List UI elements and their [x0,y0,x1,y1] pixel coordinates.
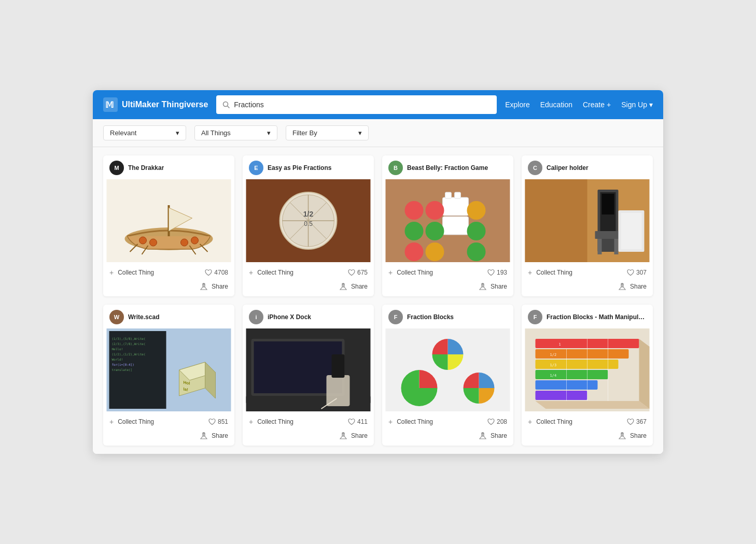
avatar: i [249,310,263,324]
like-count: 675 [348,269,368,276]
share-button[interactable]: Share [619,281,647,292]
action-row: Share [528,430,647,441]
all-things-filter[interactable]: All Things ▾ [194,125,277,140]
svg-rect-48 [602,194,614,214]
share-label: Share [351,432,368,439]
action-row: Share [528,281,647,292]
nav-create-button[interactable]: Create + [583,101,611,109]
nav-signup-button[interactable]: Sign Up ▾ [621,101,653,109]
plus-icon: + [109,418,114,426]
card-title[interactable]: Fraction Blocks - Math Manipulati... [547,313,647,321]
collect-button[interactable]: + Collect Thing [109,266,154,279]
card-actions: + Collect Thing 307 [528,266,647,279]
card-footer: + Collect Thing 4708 [103,262,234,296]
collect-button[interactable]: + Collect Thing [528,266,572,279]
svg-text:0.5: 0.5 [304,220,313,227]
collect-button[interactable]: + Collect Thing [109,416,154,428]
heart-icon [348,418,355,425]
svg-rect-76 [327,375,350,406]
chevron-down-icon: ▾ [649,101,653,109]
collect-label: Collect Thing [536,269,572,276]
card-caliper: C Caliper holder + [522,155,653,296]
collect-button[interactable]: + Collect Thing [249,416,293,428]
share-button[interactable]: Share [200,281,228,292]
avatar: F [388,310,403,324]
search-bar[interactable] [216,95,497,114]
card-image[interactable] [382,328,513,411]
card-image[interactable] [522,179,653,262]
like-count: 367 [627,418,647,425]
share-button[interactable]: Share [479,430,507,441]
share-label: Share [351,283,368,290]
card-image[interactable]: 1 1/2 1/3 1/4 [522,328,653,411]
logo-text: UltiMaker Thingiverse [122,100,208,109]
svg-point-35 [405,222,424,240]
nav-signup-label: Sign Up [621,101,647,109]
share-button[interactable]: Share [340,430,368,441]
svg-text:1: 1 [559,342,561,347]
collect-button[interactable]: + Collect Thing [249,266,293,279]
card-image[interactable] [103,179,234,262]
share-label: Share [491,432,507,439]
card-title[interactable]: Write.scad [128,313,159,321]
like-number: 675 [357,269,368,276]
search-icon [222,101,230,108]
like-number: 367 [636,418,647,425]
like-count: 411 [348,418,368,425]
card-title[interactable]: Easy as Pie Fractions [268,164,331,171]
card-title[interactable]: The Drakkar [128,164,164,171]
search-input[interactable] [234,101,491,109]
share-button[interactable]: Share [619,430,647,441]
filter-by-filter[interactable]: Filter By ▾ [286,125,369,140]
card-header: i iPhone X Dock [243,305,374,328]
filter-by-label: Filter By [292,129,317,137]
share-icon [200,432,207,439]
plus-icon: + [249,418,253,426]
share-button[interactable]: Share [200,430,228,441]
svg-point-36 [426,222,444,240]
nav-explore[interactable]: Explore [505,101,529,109]
svg-marker-96 [639,339,650,409]
svg-point-40 [467,222,486,240]
relevant-filter[interactable]: Relevant ▾ [103,125,186,140]
chevron-down-icon: ▾ [176,129,179,137]
like-count: 851 [208,418,228,425]
svg-point-10 [191,237,199,244]
collect-button[interactable]: + Collect Thing [388,266,433,279]
svg-text:1/3: 1/3 [550,363,557,367]
card-footer: + Collect Thing 411 [243,411,374,446]
heart-icon [348,269,355,276]
nav-education[interactable]: Education [540,101,572,109]
card-image[interactable] [243,328,374,411]
card-image[interactable]: 1/2 0.5 [243,179,374,262]
collect-label: Collect Thing [536,418,572,425]
share-icon [619,283,626,290]
collect-button[interactable]: + Collect Thing [388,416,433,428]
card-title[interactable]: iPhone X Dock [268,313,311,321]
share-button[interactable]: Share [479,281,507,292]
svg-rect-77 [332,354,345,378]
card-title[interactable]: Fraction Blocks [407,313,454,321]
svg-point-37 [405,242,424,261]
logo[interactable]: 𝕄 UltiMaker Thingiverse [103,97,208,112]
nav-links: Explore Education Create + Sign Up ▾ [505,101,653,109]
card-header: C Caliper holder [522,155,653,179]
svg-rect-75 [246,396,371,404]
card-footer: + Collect Thing 307 [522,262,653,296]
card-image[interactable] [382,179,513,262]
card-title[interactable]: Caliper holder [547,164,589,171]
svg-rect-51 [614,239,619,254]
svg-line-3 [228,106,230,108]
card-title[interactable]: Beast Belly: Fraction Game [407,164,488,171]
svg-text:(2/3),(7/8),Write(: (2/3),(7/8),Write( [112,342,146,346]
card-actions: + Collect Thing 675 [249,266,368,279]
avatar: M [109,161,124,175]
plus-icon: + [528,268,532,277]
collect-button[interactable]: + Collect Thing [528,416,572,428]
svg-point-41 [467,242,486,261]
share-label: Share [212,432,228,439]
share-button[interactable]: Share [340,281,368,292]
card-actions: + Collect Thing 193 [388,266,507,279]
card-image[interactable]: (1/3),(5/8),Write( (2/3),(7/8),Write( He… [103,328,234,411]
like-number: 4708 [214,269,228,276]
